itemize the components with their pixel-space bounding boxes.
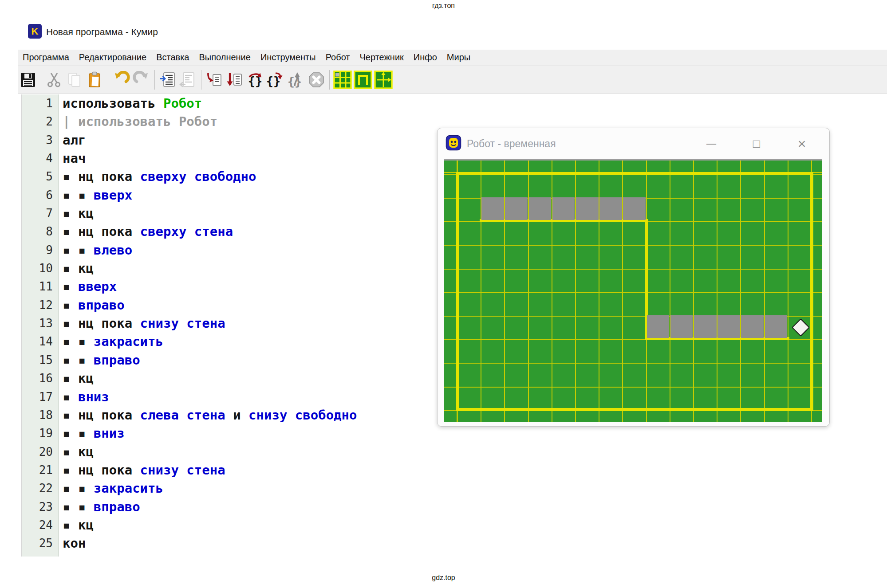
code-token: кон [63, 536, 86, 551]
unindent-icon [179, 71, 197, 89]
maximize-button[interactable]: □ [748, 137, 765, 151]
code-line-22: ▪ ▪ закрасить [60, 479, 887, 498]
painted-cell [481, 197, 504, 220]
line-number: 24 [22, 516, 59, 534]
painted-cell [552, 197, 575, 220]
code-token: ▪ [63, 206, 78, 221]
robot-field-window[interactable]: Робот - временная — □ × [437, 128, 830, 427]
code-token: ▪ ▪ [63, 353, 94, 368]
braces-in-icon: {} [267, 71, 284, 89]
cut-button[interactable] [44, 68, 64, 91]
code-token: нц пока [78, 463, 140, 478]
code-token: алг [63, 133, 86, 148]
code-token: сверху стена [140, 224, 233, 239]
painted-cell [765, 315, 788, 338]
menu-item-редактирование[interactable]: Редактирование [74, 52, 151, 63]
code-token: | использовать Робот [63, 114, 217, 129]
painted-cell [623, 197, 646, 220]
field-axes-icon [374, 71, 393, 89]
code-line-24: ▪ кц [60, 516, 887, 534]
code-token: вверх [94, 188, 132, 203]
code-token: ▪ [63, 298, 78, 313]
toolbar-separator [154, 70, 155, 90]
step-out-icon: {} [287, 71, 305, 89]
line-number: 25 [22, 534, 59, 553]
code-token: ▪ [63, 169, 78, 184]
line-number-gutter: 1234567891011121314151617181920212223242… [21, 94, 59, 557]
minimize-button[interactable]: — [702, 138, 720, 149]
menu-item-программа[interactable]: Программа [18, 52, 74, 63]
stop-icon [307, 71, 325, 89]
line-number: 3 [22, 131, 59, 149]
step-out-button[interactable]: {} [286, 68, 306, 91]
menu-item-робот[interactable]: Робот [321, 52, 355, 63]
field-border-wall-top [456, 172, 813, 175]
field-gate-button[interactable] [353, 68, 373, 91]
painted-cell [741, 315, 764, 338]
code-line-25: кон [60, 534, 887, 553]
toolbar-separator [41, 70, 41, 90]
toolbar-separator [108, 70, 108, 90]
code-token: ▪ [63, 371, 78, 386]
window-title: Новая программа - Кумир [46, 27, 158, 37]
code-token: нц пока [78, 316, 140, 331]
kumir-app-icon: K [28, 24, 42, 39]
line-number: 20 [22, 443, 59, 461]
code-line-19: ▪ ▪ вниз [60, 424, 887, 443]
braces-over-button[interactable]: {} [245, 68, 265, 91]
svg-text:{}: {} [288, 74, 302, 88]
line-number: 22 [22, 479, 59, 498]
code-token: вправо [94, 353, 140, 368]
step-down-icon [226, 71, 244, 89]
code-token: ▪ ▪ [63, 499, 94, 514]
line-number: 13 [22, 314, 59, 333]
code-token: ▪ [63, 224, 78, 239]
line-number: 7 [22, 204, 59, 223]
copy-button[interactable] [64, 68, 85, 91]
redo-button[interactable] [131, 68, 152, 91]
robot-window-titlebar[interactable]: Робот - временная — □ × [438, 128, 829, 159]
robot[interactable] [792, 318, 810, 337]
copy-icon [66, 71, 83, 89]
menu-item-инфо[interactable]: Инфо [409, 52, 442, 63]
menu-item-миры[interactable]: Миры [442, 52, 475, 63]
robot-field [444, 159, 822, 422]
code-token: ▪ ▪ [63, 481, 94, 496]
painted-cell [647, 315, 670, 338]
field-axes-button[interactable] [373, 68, 394, 91]
field-grid-icon [333, 71, 352, 89]
menu-item-выполнение[interactable]: Выполнение [194, 52, 256, 63]
braces-over-icon: {} [246, 71, 264, 89]
line-number: 16 [22, 369, 59, 388]
code-token: кц [78, 444, 94, 459]
save-button[interactable] [18, 68, 38, 91]
indent-button[interactable] [158, 68, 178, 91]
menu-item-вставка[interactable]: Вставка [151, 52, 194, 63]
robot-smiley-icon [445, 135, 461, 153]
cut-icon [45, 71, 63, 89]
step-into-button[interactable] [204, 68, 225, 91]
unindent-button[interactable] [178, 68, 198, 91]
undo-button[interactable] [111, 68, 131, 91]
stop-button[interactable] [306, 68, 327, 91]
close-button[interactable]: × [793, 136, 811, 152]
code-line-1: использовать Робот [60, 94, 887, 113]
line-number: 9 [22, 241, 59, 259]
line-number: 21 [22, 461, 59, 479]
menu-item-чертежник[interactable]: Чертежник [355, 52, 409, 63]
code-token: нц пока [78, 169, 140, 184]
line-number: 12 [22, 296, 59, 314]
code-token: кц [78, 261, 94, 276]
code-token: снизу свободно [248, 408, 357, 423]
paste-button[interactable] [85, 68, 105, 91]
code-token: влево [94, 243, 132, 258]
code-token: кц [78, 517, 94, 533]
code-line-23: ▪ ▪ вправо [60, 498, 887, 516]
step-down-button[interactable] [225, 68, 245, 91]
code-token: слева стена [140, 408, 233, 423]
line-number: 8 [22, 223, 59, 241]
field-grid-button[interactable] [332, 68, 353, 91]
braces-in-button[interactable]: {} [265, 68, 286, 91]
code-token: вверх [78, 279, 117, 294]
menu-item-инструменты[interactable]: Инструменты [256, 52, 321, 63]
